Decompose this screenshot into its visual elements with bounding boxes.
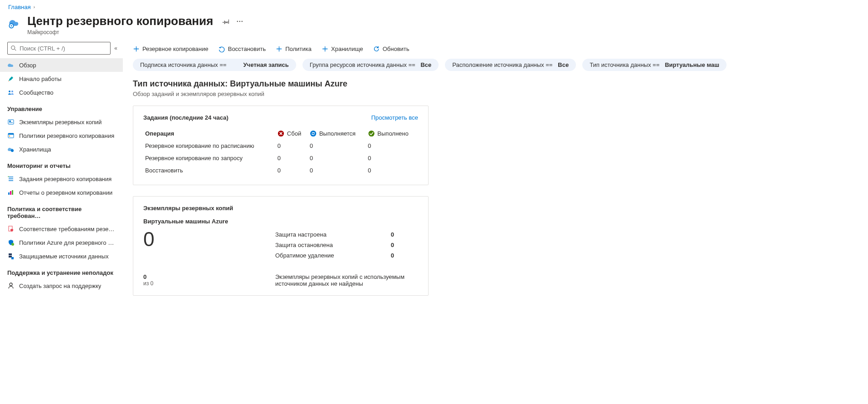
filter-location[interactable]: Расположение источника данных == Все — [445, 59, 576, 71]
cloud-icon — [7, 61, 15, 69]
plus-icon — [133, 45, 140, 52]
sidebar-item-vaults[interactable]: Хранилища — [0, 142, 123, 156]
collapse-sidebar-icon[interactable]: « — [114, 45, 117, 51]
filter-bar: Подписка источника данных == Учетная зап… — [133, 59, 868, 79]
filter-resource-group[interactable]: Группа ресурсов источника данных == Все — [303, 59, 439, 71]
main-content: Резервное копирование Восстановить Полит… — [123, 42, 868, 320]
sidebar-item-label: Обзор — [19, 62, 36, 69]
sidebar-item-label: Политики резервного копирования — [19, 132, 114, 139]
sidebar-item-azure-policies[interactable]: Политики Azure для резервного к… — [0, 236, 123, 249]
svg-point-5 — [11, 46, 15, 50]
sidebar-item-backup-instances[interactable]: Экземпляры резервных копий — [0, 115, 123, 129]
plus-icon — [322, 45, 328, 52]
instances-footer-text: Экземпляры резервных копий с используемы… — [275, 273, 418, 287]
filter-datasource-type[interactable]: Тип источника данных == Виртуальные маш — [582, 59, 727, 71]
sidebar-item-label: Создать запрос на поддержку — [19, 283, 101, 289]
table-row: Резервное копирование по расписанию000 — [143, 140, 418, 152]
svg-point-29 — [310, 131, 316, 136]
policy-icon — [7, 239, 15, 246]
sidebar-section-manage: Управление — [0, 99, 123, 115]
plus-icon — [276, 45, 283, 52]
instances-card-subtitle: Виртуальные машины Azure — [143, 218, 418, 225]
breadcrumb-home[interactable]: Главная — [8, 4, 30, 10]
sidebar-item-backup-policies[interactable]: Политики резервного копирования — [0, 129, 123, 142]
table-row: Восстановить000 — [143, 164, 418, 177]
sync-icon — [310, 130, 317, 137]
breadcrumb: Главная › — [0, 0, 868, 12]
sidebar-item-backup-reports[interactable]: Отчеты о резервном копировании — [0, 186, 123, 199]
sidebar-item-getting-started[interactable]: Начало работы — [0, 72, 123, 86]
sidebar-section-monitoring: Мониторинг и отчеты — [0, 156, 123, 172]
vault-button[interactable]: Хранилище — [322, 45, 363, 52]
chart-icon — [7, 189, 15, 196]
svg-point-30 — [368, 131, 374, 136]
svg-point-27 — [10, 283, 12, 286]
pin-icon[interactable] — [222, 18, 230, 26]
svg-rect-25 — [9, 256, 12, 258]
vault-icon — [7, 146, 15, 153]
content-subtitle: Обзор заданий и экземпляров резервных ко… — [133, 91, 868, 97]
search-box[interactable] — [7, 42, 111, 55]
sidebar-item-protectable-sources[interactable]: Защищаемые источники данных — [0, 249, 123, 263]
command-bar: Резервное копирование Восстановить Полит… — [133, 42, 868, 59]
restore-button[interactable]: Восстановить — [218, 45, 266, 52]
sidebar-item-label: Начало работы — [19, 76, 61, 82]
svg-rect-14 — [9, 136, 10, 136]
sidebar-item-community[interactable]: Сообщество — [0, 86, 123, 99]
kv-row: Защита остановлена0 — [275, 240, 418, 250]
sidebar-item-backup-compliance[interactable]: Соответствие требованиям резер… — [0, 222, 123, 236]
search-icon — [10, 45, 17, 51]
chevron-right-icon: › — [33, 5, 35, 10]
policy-button[interactable]: Политика — [276, 45, 312, 52]
server-icon — [7, 252, 15, 260]
svg-line-6 — [15, 49, 16, 51]
sidebar-item-label: Защищаемые источники данных — [19, 253, 109, 260]
sidebar-item-label: Отчеты о резервном копировании — [19, 189, 112, 196]
svg-rect-19 — [8, 192, 10, 195]
svg-rect-24 — [9, 253, 12, 255]
sidebar-item-label: Экземпляры резервных копий — [19, 119, 102, 126]
filter-subscription[interactable]: Подписка источника данных == Учетная зап… — [133, 59, 296, 71]
view-all-link[interactable]: Просмотреть все — [371, 114, 418, 121]
page-header: Центр резервного копирования Майкрософт — [0, 12, 868, 42]
svg-rect-11 — [9, 122, 13, 123]
checklist-icon — [7, 175, 15, 182]
col-failed: Сбой — [276, 127, 308, 140]
undo-icon — [218, 45, 225, 52]
instances-total: 0 — [143, 229, 252, 249]
svg-point-8 — [11, 91, 13, 92]
refresh-button[interactable]: Обновить — [373, 45, 409, 52]
instances-footer-count: 0 из 0 — [143, 273, 252, 287]
backup-center-icon — [8, 17, 21, 30]
sidebar-item-label: Политики Azure для резервного к… — [19, 239, 116, 246]
page-title: Центр резервного копирования — [27, 14, 213, 28]
sidebar-item-support-request[interactable]: Создать запрос на поддержку — [0, 279, 123, 293]
sidebar-item-label: Сообщество — [19, 89, 54, 96]
sidebar-item-backup-jobs[interactable]: Задания резервного копирования — [0, 172, 123, 186]
svg-rect-26 — [11, 257, 14, 259]
svg-point-1 — [11, 25, 12, 26]
search-input[interactable] — [20, 45, 107, 52]
sidebar-item-overview[interactable]: Обзор — [0, 58, 123, 72]
instances-card: Экземпляры резервных копий Виртуальные м… — [133, 196, 429, 296]
shield-doc-icon — [7, 225, 15, 232]
success-icon — [368, 130, 375, 137]
page-subtitle: Майкрософт — [27, 29, 213, 35]
refresh-icon — [373, 45, 380, 52]
content-title: Тип источника данных: Виртуальные машины… — [133, 79, 868, 89]
col-operation: Операция — [143, 127, 276, 140]
backup-button[interactable]: Резервное копирование — [133, 45, 208, 52]
calendar-icon — [7, 132, 15, 139]
support-icon — [7, 282, 15, 289]
svg-point-15 — [11, 149, 14, 152]
jobs-card-title: Задания (последние 24 часа) — [143, 114, 228, 121]
sidebar-section-support: Поддержка и устранение неполадок — [0, 263, 123, 279]
svg-point-3 — [239, 21, 240, 22]
table-row: Резервное копирование по запросу000 — [143, 152, 418, 164]
col-completed: Выполнено — [366, 127, 418, 140]
svg-rect-21 — [12, 190, 13, 195]
instances-icon — [7, 118, 15, 126]
instances-card-title: Экземпляры резервных копий — [143, 205, 418, 212]
more-icon[interactable] — [236, 18, 243, 26]
kv-row: Защита настроена0 — [275, 229, 418, 240]
